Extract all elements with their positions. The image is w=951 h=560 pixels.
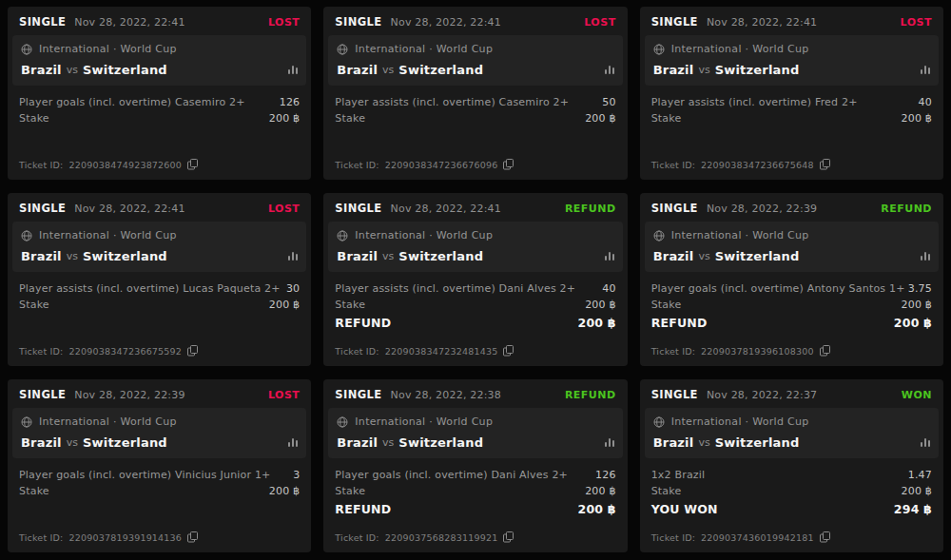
ticket-id-prefix: Ticket ID: — [651, 346, 695, 357]
copy-icon[interactable] — [187, 345, 198, 357]
bet-type-label: SINGLE — [651, 388, 698, 401]
bet-type-label: SINGLE — [19, 202, 66, 215]
bet-ticket-card: SINGLE Nov 28, 2022, 22:41 REFUND Intern… — [323, 193, 627, 366]
bar-chart-icon[interactable] — [605, 252, 614, 261]
bar-chart-icon[interactable] — [921, 438, 930, 447]
result-label: REFUND — [335, 313, 391, 333]
bet-selection-row: Player goals (incl. overtime) Vinicius J… — [19, 467, 300, 483]
result-label: REFUND — [335, 499, 391, 519]
bet-lines: Player assists (incl. overtime) Dani Alv… — [323, 272, 627, 333]
stake-value: 200 ฿ — [902, 297, 933, 313]
globe-icon — [337, 44, 348, 55]
copy-icon[interactable] — [820, 159, 830, 170]
stake-value: 200 ฿ — [269, 483, 301, 499]
copy-icon[interactable] — [503, 531, 514, 543]
bet-lines: Player goals (incl. overtime) Vinicius J… — [8, 458, 311, 499]
ticket-id-row: Ticket ID: 2209038347236675592 — [8, 345, 311, 366]
stake-label: Stake — [19, 110, 49, 126]
teams-row: Brazil vs Switzerland — [653, 63, 930, 77]
stake-row: Stake 200 ฿ — [19, 110, 300, 126]
status-badge: LOST — [268, 389, 300, 401]
bar-chart-icon[interactable] — [921, 252, 930, 261]
ticket-id-value: 2209038347236676096 — [385, 160, 498, 170]
league-row: International · World Cup — [653, 415, 930, 428]
bar-chart-icon[interactable] — [288, 252, 298, 261]
match-panel: International · World Cup Brazil vs Swit… — [328, 408, 622, 458]
home-team: Brazil — [21, 249, 62, 263]
bet-type-label: SINGLE — [19, 15, 66, 29]
league-label: International · World Cup — [355, 229, 493, 241]
teams-row: Brazil vs Switzerland — [21, 435, 298, 450]
match-panel: International · World Cup Brazil vs Swit… — [328, 35, 622, 86]
copy-icon[interactable] — [820, 531, 830, 543]
bet-selection-row: Player goals (incl. overtime) Dani Alves… — [335, 467, 615, 483]
stake-label: Stake — [335, 110, 365, 126]
stake-value: 200 ฿ — [585, 297, 616, 313]
copy-icon[interactable] — [187, 531, 198, 543]
bet-datetime: Nov 28, 2022, 22:41 — [391, 203, 501, 215]
result-row: REFUND 200 ฿ — [335, 313, 615, 333]
league-label: International · World Cup — [355, 415, 493, 428]
copy-icon[interactable] — [820, 345, 830, 357]
stake-value: 200 ฿ — [269, 110, 301, 126]
home-team: Brazil — [337, 249, 378, 263]
bet-selection-row: Player assists (incl. overtime) Dani Alv… — [335, 280, 615, 297]
vs-label: vs — [67, 64, 78, 76]
league-label: International · World Cup — [671, 229, 809, 241]
globe-icon — [337, 230, 348, 241]
stake-value: 200 ฿ — [902, 110, 933, 126]
home-team: Brazil — [337, 63, 378, 77]
bet-datetime: Nov 28, 2022, 22:41 — [391, 16, 501, 29]
bet-selection-row: Player assists (incl. overtime) Fred 2+ … — [651, 94, 932, 110]
vs-label: vs — [382, 436, 394, 449]
stake-value: 200 ฿ — [902, 483, 933, 499]
away-team: Switzerland — [83, 249, 167, 263]
vs-label: vs — [698, 436, 709, 449]
vs-label: vs — [67, 250, 78, 262]
home-team: Brazil — [653, 249, 694, 263]
copy-icon[interactable] — [503, 345, 514, 357]
bet-datetime: Nov 28, 2022, 22:38 — [391, 389, 501, 401]
stake-label: Stake — [335, 483, 365, 499]
status-badge: LOST — [268, 203, 300, 215]
bet-type-label: SINGLE — [335, 202, 381, 215]
ticket-id-row: Ticket ID: 2209037819396108300 — [640, 345, 943, 366]
result-label: REFUND — [651, 313, 708, 333]
bar-chart-icon[interactable] — [605, 438, 614, 447]
away-team: Switzerland — [398, 249, 483, 263]
ticket-id-row: Ticket ID: 2209038347236676096 — [323, 159, 627, 180]
away-team: Switzerland — [83, 63, 167, 77]
bar-chart-icon[interactable] — [921, 66, 930, 74]
card-header: SINGLE Nov 28, 2022, 22:41 LOST — [8, 7, 311, 35]
stake-row: Stake 200 ฿ — [651, 483, 932, 499]
bar-chart-icon[interactable] — [605, 66, 614, 74]
away-team: Switzerland — [398, 435, 483, 450]
bet-lines: Player goals (incl. overtime) Antony San… — [640, 272, 943, 333]
bet-history-grid: SINGLE Nov 28, 2022, 22:41 LOST Internat… — [0, 0, 951, 559]
ticket-id-value: 2209038347236675648 — [701, 160, 814, 170]
bet-selection-label: Player assists (incl. overtime) Dani Alv… — [335, 280, 575, 297]
league-row: International · World Cup — [21, 415, 298, 428]
stake-row: Stake 200 ฿ — [19, 297, 300, 313]
copy-icon[interactable] — [187, 159, 198, 170]
copy-icon[interactable] — [503, 159, 514, 170]
league-row: International · World Cup — [653, 43, 930, 55]
match-panel: International · World Cup Brazil vs Swit… — [645, 35, 939, 86]
teams-row: Brazil vs Switzerland — [337, 249, 613, 263]
bet-selection-row: Player assists (incl. overtime) Lucas Pa… — [19, 280, 300, 297]
bet-lines: Player goals (incl. overtime) Dani Alves… — [323, 458, 627, 519]
ticket-id-prefix: Ticket ID: — [335, 160, 378, 170]
bet-type-label: SINGLE — [335, 15, 381, 29]
bet-odds-value: 3.75 — [908, 280, 932, 297]
ticket-id-value: 2209037436019942181 — [701, 532, 814, 543]
bet-selection-label: Player assists (incl. overtime) Casemiro… — [335, 94, 569, 110]
bet-selection-row: 1x2 Brazil 1.47 — [651, 467, 932, 483]
bar-chart-icon[interactable] — [288, 66, 298, 74]
bet-selection-label: Player goals (incl. overtime) Vinicius J… — [19, 467, 271, 483]
bar-chart-icon[interactable] — [288, 438, 298, 447]
vs-label: vs — [382, 64, 394, 76]
match-panel: International · World Cup Brazil vs Swit… — [12, 408, 306, 458]
bet-datetime: Nov 28, 2022, 22:39 — [74, 389, 184, 401]
home-team: Brazil — [653, 435, 694, 450]
home-team: Brazil — [21, 63, 62, 77]
